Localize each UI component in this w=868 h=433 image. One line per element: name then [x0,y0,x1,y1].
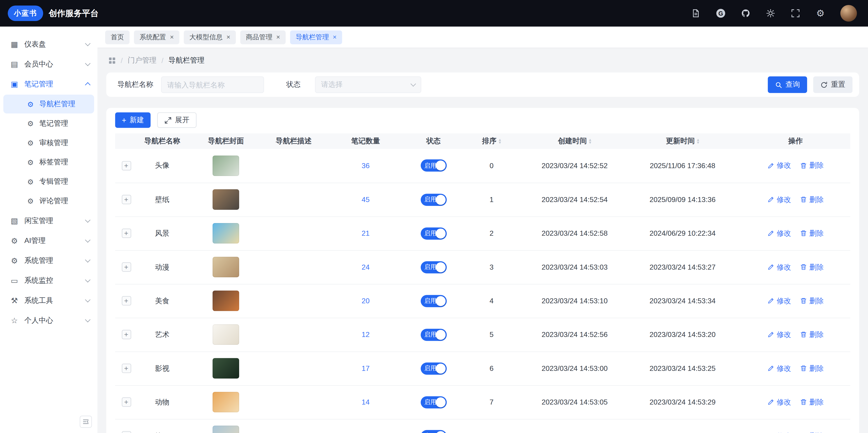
delete-button[interactable]: 删除 [800,330,824,339]
sidebar-item-AI管理[interactable]: ⚙AI管理 [0,231,97,251]
delete-button[interactable]: 删除 [800,363,824,373]
tab-大模型信息[interactable]: 大模型信息× [184,30,236,44]
status-toggle[interactable]: 启用 [421,362,446,374]
reset-button[interactable]: 重置 [813,76,852,93]
edit-button[interactable]: 修改 [767,330,791,339]
row-expand-button[interactable]: + [122,262,131,272]
column-header-导航栏封面: 导航栏封面 [187,133,265,149]
status-select[interactable]: 请选择 [315,76,421,93]
tab-系统配置[interactable]: 系统配置× [134,30,180,44]
row-expand-button[interactable]: + [122,161,131,171]
gitee-icon[interactable]: G [716,8,726,18]
delete-button[interactable]: 删除 [800,397,824,407]
row-expand-button[interactable]: + [122,228,131,238]
sidebar-subitem-导航栏管理[interactable]: ⚙导航栏管理 [3,95,94,114]
column-header-更新时间[interactable]: 更新时间▴▾ [624,133,741,149]
sort-carets-icon[interactable]: ▴▾ [589,138,591,144]
tab-商品管理[interactable]: 商品管理× [240,30,286,44]
status-toggle[interactable]: 启用 [421,396,446,408]
doc-link-icon[interactable] [691,8,701,18]
delete-button[interactable]: 删除 [800,161,824,171]
delete-button[interactable]: 删除 [800,194,824,205]
tab-close-icon[interactable]: × [333,34,337,40]
sidebar-subitem-评论管理[interactable]: ⚙评论管理 [3,191,94,210]
sidebar-item-系统管理[interactable]: ⚙系统管理 [0,251,97,271]
sidebar-item-会员中心[interactable]: ▤会员中心 [0,54,97,74]
theme-toggle-icon[interactable] [766,8,776,18]
note-count-link[interactable]: 12 [362,331,370,339]
tab-label: 导航栏管理 [296,32,329,42]
sidebar-item-系统监控[interactable]: ▭系统监控 [0,271,97,290]
delete-button[interactable]: 删除 [800,431,824,433]
sort-carets-icon[interactable]: ▴▾ [697,138,699,144]
note-count-link[interactable]: 36 [362,161,370,170]
edit-button[interactable]: 修改 [767,397,791,407]
delete-button[interactable]: 删除 [800,262,824,272]
row-expand-button[interactable]: + [122,397,131,407]
settings-gear-icon[interactable]: ⚙ [815,8,825,18]
user-avatar[interactable] [840,5,857,22]
sidebar-subitem-笔记管理[interactable]: ⚙笔记管理 [3,114,94,133]
sidebar-item-闲宝管理[interactable]: ▧闲宝管理 [0,211,97,231]
column-header-创建时间[interactable]: 创建时间▴▾ [525,133,625,149]
note-count-link[interactable]: 20 [362,297,370,305]
edit-button[interactable]: 修改 [767,262,791,272]
sidebar-item-系统工具[interactable]: ⚒系统工具 [0,290,97,310]
pencil-icon [767,365,774,372]
tab-首页[interactable]: 首页 [105,30,129,44]
edit-button[interactable]: 修改 [767,161,791,171]
note-count-link[interactable]: 24 [362,263,370,271]
status-toggle[interactable]: 启用 [421,261,446,273]
edit-button[interactable]: 修改 [767,194,791,205]
nav-name: 动漫 [155,262,169,271]
sidebar-item-个人中心[interactable]: ☆个人中心 [0,310,97,331]
note-count-link[interactable]: 14 [362,398,370,406]
note-count-link[interactable]: 45 [362,195,370,204]
tab-close-icon[interactable]: × [276,34,280,40]
row-expand-button[interactable]: + [122,330,131,339]
tab-close-icon[interactable]: × [170,34,174,40]
status-toggle[interactable]: 启用 [421,430,446,433]
expand-all-button[interactable]: 展开 [157,112,197,128]
sidebar-subitem-审核管理[interactable]: ⚙审核管理 [3,133,94,152]
search-button[interactable]: 查询 [768,76,807,93]
sidebar-collapse-icon[interactable] [80,415,92,428]
row-expand-button[interactable]: + [122,195,131,204]
sort-value: 5 [490,331,494,339]
edit-button[interactable]: 修改 [767,431,791,433]
row-expand-button[interactable]: + [122,296,131,306]
status-toggle[interactable]: 启用 [421,193,446,206]
github-icon[interactable] [741,8,751,18]
sidebar-subitem-标签管理[interactable]: ⚙标签管理 [3,153,94,172]
status-toggle[interactable]: 启用 [421,227,446,239]
fullscreen-icon[interactable] [790,8,800,18]
tools-icon: ⚒ [10,296,19,305]
row-expand-button[interactable]: + [122,431,131,433]
status-toggle[interactable]: 启用 [421,159,446,172]
breadcrumb-portal[interactable]: 门户管理 [128,55,156,65]
chevron-down-icon [85,277,90,282]
delete-button[interactable]: 删除 [800,296,824,306]
note-count-link[interactable]: 17 [362,364,370,372]
status-toggle[interactable]: 启用 [421,295,446,307]
create-button[interactable]: + 新建 [115,112,151,128]
sidebar: ▦仪表盘▤会员中心▣笔记管理⚙导航栏管理⚙笔记管理⚙审核管理⚙标签管理⚙专辑管理… [0,27,97,433]
nav-name-input[interactable] [161,76,264,93]
note-count-link[interactable]: 21 [362,229,370,238]
sidebar-item-仪表盘[interactable]: ▦仪表盘 [0,34,97,54]
edit-button[interactable]: 修改 [767,296,791,306]
delete-button[interactable]: 删除 [800,228,824,238]
status-toggle[interactable]: 启用 [421,328,446,341]
gear-icon: ⚙ [27,100,34,108]
tab-导航栏管理[interactable]: 导航栏管理× [290,30,342,44]
row-expand-button[interactable]: + [122,364,131,373]
edit-button[interactable]: 修改 [767,363,791,373]
sidebar-item-笔记管理[interactable]: ▣笔记管理 [0,74,97,94]
sort-carets-icon[interactable]: ▴▾ [499,138,501,144]
sidebar-subitem-专辑管理[interactable]: ⚙专辑管理 [3,172,94,191]
note-count-link[interactable]: 15 [362,432,370,433]
edit-button[interactable]: 修改 [767,228,791,238]
chevron-down-icon [85,317,90,322]
tab-close-icon[interactable]: × [226,34,230,40]
column-header-排序[interactable]: 排序▴▾ [458,133,525,149]
